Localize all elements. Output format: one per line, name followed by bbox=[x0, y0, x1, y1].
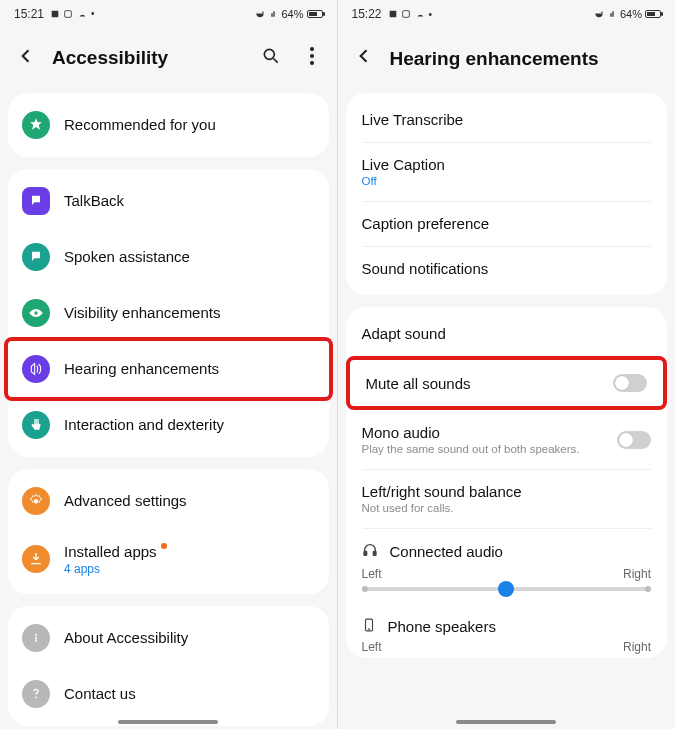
row-sound-balance[interactable]: Left/right sound balance Not used for ca… bbox=[346, 469, 668, 528]
row-about-accessibility[interactable]: About Accessibility bbox=[8, 610, 329, 666]
slider-thumb[interactable] bbox=[498, 581, 514, 597]
row-label: Caption preference bbox=[362, 215, 652, 232]
row-live-caption[interactable]: Live Caption Off bbox=[346, 142, 668, 201]
clock: 15:21 bbox=[14, 7, 44, 21]
row-label: Recommended for you bbox=[64, 116, 315, 133]
svg-rect-15 bbox=[364, 551, 367, 555]
row-label: Adapt sound bbox=[362, 325, 652, 342]
back-icon[interactable] bbox=[354, 46, 374, 71]
row-label: Mute all sounds bbox=[366, 375, 602, 392]
row-interaction-dexterity[interactable]: Interaction and dexterity bbox=[8, 397, 329, 453]
group-about: About Accessibility Contact us bbox=[8, 606, 329, 726]
title-bar: Accessibility bbox=[0, 28, 337, 93]
page-title: Accessibility bbox=[52, 47, 239, 69]
svg-point-7 bbox=[34, 311, 37, 314]
star-icon bbox=[22, 111, 50, 139]
row-sound-notifications[interactable]: Sound notifications bbox=[346, 246, 668, 291]
page-title: Hearing enhancements bbox=[390, 48, 660, 70]
home-indicator[interactable] bbox=[456, 720, 556, 724]
back-icon[interactable] bbox=[16, 46, 36, 71]
row-label: Hearing enhancements bbox=[64, 360, 315, 377]
row-label: Left/right sound balance bbox=[362, 483, 652, 500]
mono-audio-toggle[interactable] bbox=[617, 431, 651, 449]
status-notification-icons: • bbox=[388, 9, 433, 20]
row-spoken-assistance[interactable]: Spoken assistance bbox=[8, 229, 329, 285]
svg-rect-1 bbox=[65, 11, 72, 18]
row-visibility[interactable]: Visibility enhancements bbox=[8, 285, 329, 341]
signal-icon bbox=[270, 9, 278, 19]
search-icon[interactable] bbox=[255, 46, 287, 71]
more-icon[interactable] bbox=[303, 46, 321, 71]
status-bar: 15:21 • 64% bbox=[0, 0, 337, 28]
group-advanced: Advanced settings Installed apps 4 apps bbox=[8, 469, 329, 594]
hearing-icon bbox=[22, 355, 50, 383]
talkback-icon bbox=[22, 187, 50, 215]
interaction-icon bbox=[22, 411, 50, 439]
home-indicator[interactable] bbox=[118, 720, 218, 724]
screen-accessibility: 15:21 • 64% Accessibility bbox=[0, 0, 338, 729]
row-hearing-enhancements[interactable]: Hearing enhancements bbox=[8, 341, 329, 397]
download-icon bbox=[22, 545, 50, 573]
row-subtext: 4 apps bbox=[64, 562, 315, 576]
balance-slider-connected[interactable]: Left Right bbox=[346, 567, 668, 603]
slider-left-label: Left bbox=[362, 567, 382, 581]
row-label: Spoken assistance bbox=[64, 248, 315, 265]
row-talkback[interactable]: TalkBack bbox=[8, 173, 329, 229]
mute-all-sounds-toggle[interactable] bbox=[613, 374, 647, 392]
svg-rect-12 bbox=[389, 11, 396, 18]
row-live-transcribe[interactable]: Live Transcribe bbox=[346, 97, 668, 142]
row-mute-all-sounds[interactable]: Mute all sounds bbox=[350, 360, 664, 406]
balance-slider-phone[interactable]: Left Right bbox=[346, 640, 668, 654]
row-label: Interaction and dexterity bbox=[64, 416, 315, 433]
row-label: Phone speakers bbox=[388, 618, 496, 635]
row-label: About Accessibility bbox=[64, 629, 315, 646]
battery-icon bbox=[307, 10, 323, 18]
row-installed-apps[interactable]: Installed apps 4 apps bbox=[8, 529, 329, 590]
svg-point-9 bbox=[35, 633, 37, 635]
slider-track[interactable] bbox=[362, 587, 652, 591]
row-advanced-settings[interactable]: Advanced settings bbox=[8, 473, 329, 529]
row-label: Sound notifications bbox=[362, 260, 652, 277]
info-icon bbox=[22, 624, 50, 652]
row-label: TalkBack bbox=[64, 192, 315, 209]
help-icon bbox=[22, 680, 50, 708]
spoken-icon bbox=[22, 243, 50, 271]
status-notification-icons: • bbox=[50, 8, 95, 19]
phone-icon bbox=[362, 617, 376, 636]
row-label: Live Transcribe bbox=[362, 111, 652, 128]
row-label: Live Caption bbox=[362, 156, 652, 173]
group-captions: Live Transcribe Live Caption Off Caption… bbox=[346, 93, 668, 295]
row-adapt-sound[interactable]: Adapt sound bbox=[346, 311, 668, 356]
battery-percent: 64% bbox=[281, 8, 303, 20]
svg-point-11 bbox=[35, 696, 37, 698]
svg-point-5 bbox=[310, 54, 314, 58]
row-connected-audio: Connected audio bbox=[346, 528, 668, 567]
status-bar: 15:22 • 64% bbox=[338, 0, 676, 28]
row-label: Installed apps bbox=[64, 543, 315, 560]
group-recommended: Recommended for you bbox=[8, 93, 329, 157]
group-sound: Adapt sound Mute all sounds Mono audio P… bbox=[346, 307, 668, 658]
clock: 15:22 bbox=[352, 7, 382, 21]
row-recommended[interactable]: Recommended for you bbox=[8, 97, 329, 153]
svg-rect-16 bbox=[373, 551, 376, 555]
slider-right-label: Right bbox=[623, 567, 651, 581]
slider-left-label: Left bbox=[362, 640, 382, 654]
battery-icon bbox=[645, 10, 661, 18]
svg-point-2 bbox=[263, 11, 265, 13]
svg-point-6 bbox=[310, 61, 314, 65]
row-contact-us[interactable]: Contact us bbox=[8, 666, 329, 722]
row-caption-preference[interactable]: Caption preference bbox=[346, 201, 668, 246]
battery-percent: 64% bbox=[620, 8, 642, 20]
update-badge-icon bbox=[161, 543, 167, 549]
row-label: Advanced settings bbox=[64, 492, 315, 509]
row-label: Contact us bbox=[64, 685, 315, 702]
svg-point-14 bbox=[601, 12, 603, 14]
row-subtext: Off bbox=[362, 175, 652, 187]
row-subtext: Not used for calls. bbox=[362, 502, 652, 514]
wifi-icon bbox=[592, 9, 606, 19]
gear-icon bbox=[22, 487, 50, 515]
svg-rect-13 bbox=[402, 11, 409, 18]
row-mono-audio[interactable]: Mono audio Play the same sound out of bo… bbox=[346, 410, 668, 469]
visibility-icon bbox=[22, 299, 50, 327]
group-basic: TalkBack Spoken assistance Visibility en… bbox=[8, 169, 329, 457]
